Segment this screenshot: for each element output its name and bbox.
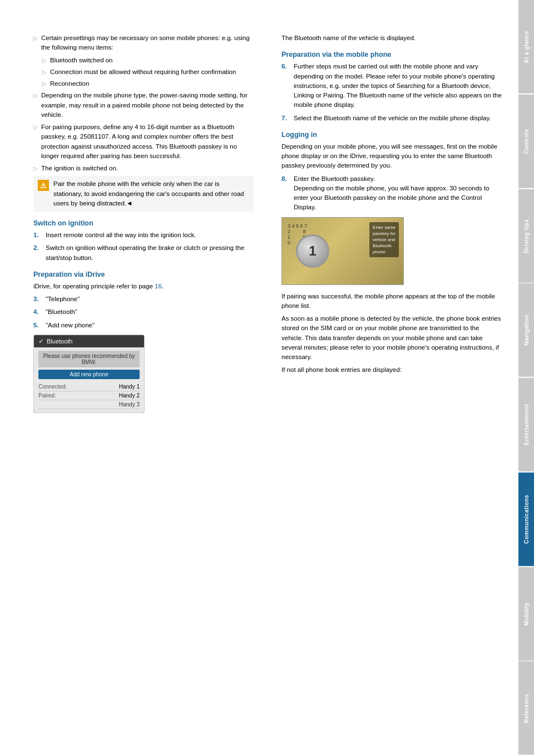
sidebar-tab-communications[interactable]: Communications	[518, 473, 534, 566]
step-text-2: Switch on ignition without operating the…	[46, 243, 254, 263]
page-container: ▷ Certain presettings may be necessary o…	[0, 0, 534, 756]
bt-value-paired: Handy 2	[119, 392, 140, 399]
bt-value-connected: Handy 1	[119, 384, 140, 390]
sub-bullet-1b: ▷ Connection must be allowed without req…	[42, 67, 254, 77]
step-num-8: 8.	[281, 174, 289, 184]
bullet-text-1: Certain presettings may be necessary on …	[41, 33, 254, 53]
bt-item-handy3: Handy 3	[38, 400, 140, 409]
idrive-num-row1: 3 4 5 6 7	[288, 223, 307, 229]
bullet-text-4: The ignition is switched on.	[41, 164, 118, 173]
idrive-heading: Preparation via iDrive	[33, 271, 254, 278]
step-num-2: 2.	[33, 243, 41, 253]
logging-in-intro: Depending on your mobile phone, you will…	[281, 142, 502, 171]
warning-icon: ⚠	[38, 180, 49, 191]
bullet-text-2: Depending on the mobile phone type, the …	[41, 91, 254, 120]
idrive-knob-label: 1	[309, 243, 316, 259]
sub-bullet-text-1c: Reconnection	[50, 79, 89, 89]
sidebar-tab-at-a-glance[interactable]: At a glance	[518, 0, 534, 94]
after-pairing-text-1: If pairing was successful, the mobile ph…	[281, 292, 502, 311]
sidebar-tab-navigation[interactable]: Navigation	[518, 283, 534, 377]
after-pairing-text-2: As soon as a mobile phone is detected by…	[281, 314, 502, 362]
sidebar-tab-entertainment[interactable]: Entertainment	[518, 378, 534, 472]
sub-arrow: ▷	[42, 56, 47, 65]
sub-arrow: ▷	[42, 80, 47, 88]
bullet-arrow: ▷	[33, 164, 38, 173]
bt-add-btn: Add new phone	[38, 370, 140, 379]
idrive-num-row2: 2 8	[288, 229, 307, 234]
bt-header-title: Bluetooth	[47, 338, 72, 345]
step-num-6: 6.	[281, 62, 289, 71]
step-num-3: 3.	[33, 294, 41, 304]
step-text-7: Select the Bluetooth name of the vehicle…	[294, 114, 491, 123]
logging-in-heading: Logging in	[281, 131, 502, 139]
sub-bullet-1c: ▷ Reconnection	[42, 79, 254, 89]
idrive-img: 3 4 5 6 7 2 8 1 9 0 1 Enter samepasskey …	[282, 218, 403, 284]
bt-row-paired: Paired: Handy 2	[38, 391, 140, 400]
step-5: 5. "Add new phone"	[33, 321, 254, 330]
step-text-6: Further steps must be carried out with t…	[294, 62, 502, 110]
bt-label-connected: Connected:	[38, 384, 67, 390]
bullet-item-4: ▷ The ignition is switched on.	[33, 164, 254, 173]
after-pairing-text-3: If not all phone book entries are displa…	[281, 365, 502, 375]
bullet-arrow: ▷	[33, 91, 38, 100]
step-text-3: "Telephone"	[46, 294, 80, 304]
step-text-4: "Bluetooth"	[46, 307, 77, 317]
warning-box: ⚠ Pair the mobile phone with the vehicle…	[33, 176, 254, 212]
step-num-1: 1.	[33, 230, 41, 240]
step-8: 8. Enter the Bluetooth passkey. Dependin…	[281, 174, 502, 213]
bt-body: Please use phones recommended by BMW. Ad…	[34, 347, 144, 413]
sub-bullet-text-1a: Bluetooth switched on	[50, 56, 113, 65]
sidebar: At a glance Controls Driving tips Naviga…	[518, 0, 534, 756]
sidebar-tab-controls[interactable]: Controls	[518, 95, 534, 188]
bullet-arrow: ▷	[33, 123, 38, 131]
idrive-intro: iDrive, for operating principle refer to…	[33, 282, 254, 291]
step-4: 4. "Bluetooth"	[33, 307, 254, 317]
bt-header: ✓ Bluetooth	[34, 335, 144, 347]
step-text-1: Insert remote control all the way into t…	[46, 230, 196, 240]
sidebar-tab-driving-tips[interactable]: Driving tips	[518, 189, 534, 283]
idrive-overlay-text: Enter samepasskey forvehicle andBluetoot…	[369, 222, 399, 258]
warning-text: Pair the mobile phone with the vehicle o…	[53, 179, 249, 208]
bt-label-paired: Paired:	[38, 392, 56, 399]
sub-bullet-text-1b: Connection must be allowed without requi…	[50, 67, 236, 77]
sidebar-tab-mobility[interactable]: Mobility	[518, 567, 534, 661]
bullet-item-1: ▷ Certain presettings may be necessary o…	[33, 33, 254, 53]
step-2: 2. Switch on ignition without operating …	[33, 243, 254, 263]
sub-bullet-1a: ▷ Bluetooth switched on	[42, 56, 254, 65]
step-num-4: 4.	[33, 307, 41, 317]
bullet-item-2: ▷ Depending on the mobile phone type, th…	[33, 91, 254, 120]
step-3: 3. "Telephone"	[33, 294, 254, 304]
step-7: 7. Select the Bluetooth name of the vehi…	[281, 114, 502, 123]
step-1: 1. Insert remote control all the way int…	[33, 230, 254, 240]
step-6: 6. Further steps must be carried out wit…	[281, 62, 502, 110]
right-column: The Bluetooth name of the vehicle is dis…	[276, 33, 502, 723]
bluetooth-name-text: The Bluetooth name of the vehicle is dis…	[281, 33, 502, 43]
left-column: ▷ Certain presettings may be necessary o…	[33, 33, 259, 723]
bt-row-connected: Connected: Handy 1	[38, 382, 140, 391]
sub-arrow: ▷	[42, 68, 47, 76]
idrive-page-link[interactable]: 16	[155, 283, 162, 289]
bluetooth-screenshot: ✓ Bluetooth Please use phones recommende…	[33, 335, 145, 413]
bullet-arrow: ▷	[33, 34, 38, 42]
main-content: ▷ Certain presettings may be necessary o…	[0, 0, 518, 756]
step-num-7: 7.	[281, 114, 289, 123]
sidebar-tab-reference[interactable]: Reference	[518, 661, 534, 755]
idrive-screenshot: 3 4 5 6 7 2 8 1 9 0 1 Enter samepasskey …	[281, 217, 404, 285]
switch-ignition-heading: Switch on ignition	[33, 219, 254, 227]
idrive-knob: 1	[296, 234, 329, 268]
step-text-5: "Add new phone"	[46, 321, 95, 330]
bt-notice: Please use phones recommended by BMW.	[38, 351, 140, 367]
step-num-5: 5.	[33, 321, 41, 330]
bullet-item-3: ▷ For pairing purposes, define any 4 to …	[33, 122, 254, 161]
mobile-prep-heading: Preparation via the mobile phone	[281, 51, 502, 58]
bullet-text-3: For pairing purposes, define any 4 to 16…	[41, 122, 254, 161]
step-text-8: Enter the Bluetooth passkey. Depending o…	[294, 174, 502, 213]
